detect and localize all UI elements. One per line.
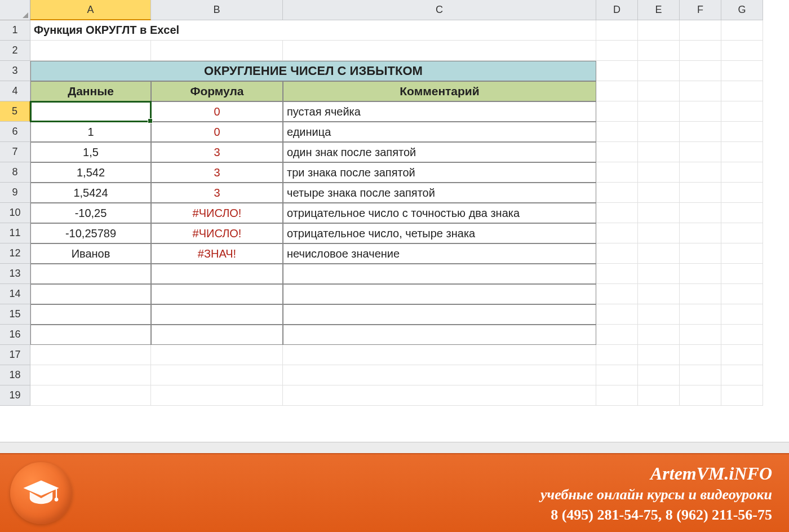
cell[interactable]	[721, 304, 763, 325]
cell[interactable]	[638, 20, 680, 41]
cell[interactable]	[638, 203, 680, 223]
cell[interactable]	[721, 41, 763, 61]
cell[interactable]	[721, 325, 763, 345]
cell[interactable]	[283, 345, 596, 365]
cell[interactable]	[596, 284, 638, 304]
comment-cell[interactable]: четыре знака после запятой	[283, 183, 596, 203]
cell[interactable]	[638, 304, 680, 325]
cell[interactable]	[680, 81, 721, 101]
sheet-tab-strip[interactable]	[0, 442, 789, 453]
cell[interactable]	[638, 365, 680, 385]
data-cell[interactable]: Иванов	[30, 243, 151, 264]
formula-cell[interactable]: 3	[151, 142, 283, 162]
cell[interactable]	[596, 385, 638, 406]
cell[interactable]	[721, 20, 763, 41]
cell[interactable]	[680, 162, 721, 183]
cell[interactable]	[721, 284, 763, 304]
cell[interactable]	[680, 385, 721, 406]
cell[interactable]	[151, 385, 283, 406]
data-cell[interactable]	[30, 264, 151, 284]
cell[interactable]	[596, 365, 638, 385]
formula-cell[interactable]	[151, 264, 283, 284]
formula-cell[interactable]	[151, 304, 283, 325]
data-cell[interactable]	[30, 325, 151, 345]
cell[interactable]	[596, 223, 638, 243]
comment-cell[interactable]	[283, 304, 596, 325]
comment-cell[interactable]: нечисловое значение	[283, 243, 596, 264]
cell[interactable]	[638, 142, 680, 162]
cell[interactable]	[680, 142, 721, 162]
comment-cell[interactable]	[283, 325, 596, 345]
cell[interactable]	[596, 325, 638, 345]
row-header-16[interactable]: 16	[0, 325, 30, 345]
cell[interactable]	[638, 81, 680, 101]
cell[interactable]	[680, 183, 721, 203]
row-header-4[interactable]: 4	[0, 81, 30, 101]
cell[interactable]	[596, 183, 638, 203]
row-header-12[interactable]: 12	[0, 243, 30, 264]
cell[interactable]	[721, 183, 763, 203]
col-header-B[interactable]: B	[151, 0, 283, 20]
cell[interactable]	[680, 284, 721, 304]
cell[interactable]	[680, 243, 721, 264]
comment-cell[interactable]: один знак после запятой	[283, 142, 596, 162]
cell[interactable]	[283, 41, 596, 61]
col-header-G[interactable]: G	[721, 0, 763, 20]
cell[interactable]	[638, 264, 680, 284]
cell[interactable]	[638, 325, 680, 345]
cell[interactable]	[596, 81, 638, 101]
cell[interactable]	[680, 345, 721, 365]
table-header-data[interactable]: Данные	[30, 81, 151, 101]
cell[interactable]	[721, 61, 763, 81]
cell[interactable]	[151, 365, 283, 385]
cell[interactable]	[680, 41, 721, 61]
row-header-17[interactable]: 17	[0, 345, 30, 365]
cell[interactable]	[151, 345, 283, 365]
cell[interactable]	[680, 20, 721, 41]
select-all-corner[interactable]	[0, 0, 30, 20]
formula-cell[interactable]: #ЗНАЧ!	[151, 243, 283, 264]
row-header-11[interactable]: 11	[0, 223, 30, 243]
row-header-10[interactable]: 10	[0, 203, 30, 223]
cell[interactable]	[638, 223, 680, 243]
table-header-comment[interactable]: Комментарий	[283, 81, 596, 101]
cell[interactable]	[638, 345, 680, 365]
row-header-5[interactable]: 5	[0, 101, 30, 122]
cell[interactable]	[596, 20, 638, 41]
cell[interactable]	[596, 203, 638, 223]
cell[interactable]	[596, 243, 638, 264]
comment-cell[interactable]: пустая ячейка	[283, 101, 596, 122]
formula-cell[interactable]: 0	[151, 122, 283, 142]
row-header-8[interactable]: 8	[0, 162, 30, 183]
comment-cell[interactable]: единица	[283, 122, 596, 142]
cell[interactable]	[596, 142, 638, 162]
cell[interactable]	[638, 122, 680, 142]
comment-cell[interactable]: три знака после запятой	[283, 162, 596, 183]
cell[interactable]	[638, 183, 680, 203]
row-header-14[interactable]: 14	[0, 284, 30, 304]
cell[interactable]	[721, 385, 763, 406]
row-header-7[interactable]: 7	[0, 142, 30, 162]
cell[interactable]	[151, 41, 283, 61]
row-header-1[interactable]: 1	[0, 20, 30, 41]
data-cell[interactable]: -10,25	[30, 203, 151, 223]
formula-cell[interactable]: #ЧИСЛО!	[151, 203, 283, 223]
cell[interactable]	[680, 122, 721, 142]
col-header-D[interactable]: D	[596, 0, 638, 20]
cell[interactable]	[680, 365, 721, 385]
spreadsheet-grid[interactable]: A B C D E F G 1 Функция ОКРУГЛТ в Excel …	[0, 0, 789, 406]
formula-cell[interactable]: 3	[151, 183, 283, 203]
comment-cell[interactable]: отрицательное число с точностью два знак…	[283, 203, 596, 223]
formula-cell[interactable]: 0	[151, 101, 283, 122]
sheet-title[interactable]: Функция ОКРУГЛТ в Excel	[30, 20, 596, 41]
cell[interactable]	[596, 122, 638, 142]
cell[interactable]	[638, 101, 680, 122]
cell[interactable]	[721, 162, 763, 183]
cell[interactable]	[596, 101, 638, 122]
comment-cell[interactable]	[283, 264, 596, 284]
cell[interactable]	[638, 385, 680, 406]
data-cell[interactable]: 1,5	[30, 142, 151, 162]
row-header-6[interactable]: 6	[0, 122, 30, 142]
formula-cell[interactable]: 3	[151, 162, 283, 183]
formula-cell[interactable]: #ЧИСЛО!	[151, 223, 283, 243]
